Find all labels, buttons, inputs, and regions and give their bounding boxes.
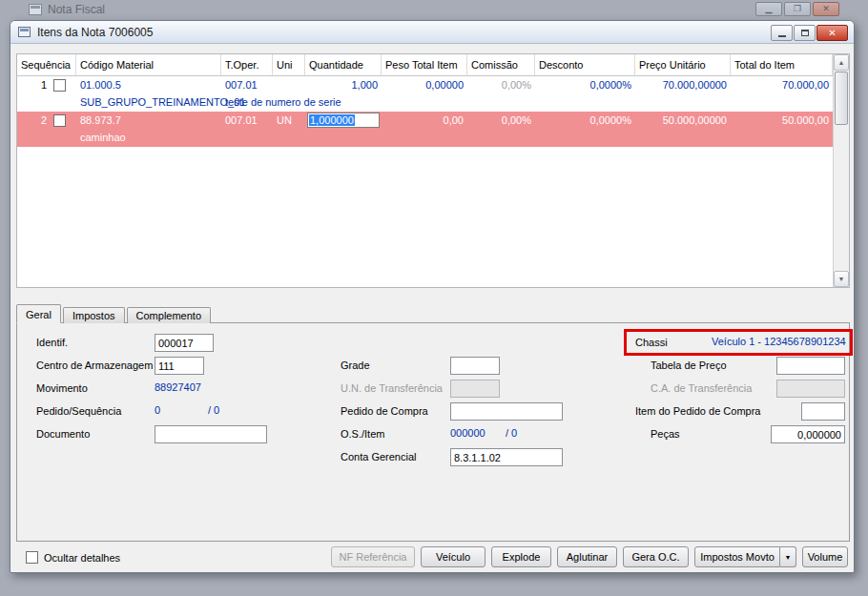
ca-transferencia-label: C.A. de Transferência [651,381,752,395]
tabela-preco-label: Tabela de Preço [651,359,727,372]
minimize-button[interactable] [771,25,793,41]
maximize-button[interactable] [794,25,816,41]
tab-panel-geral: Identif. Centro de Armazenagem Movimento… [16,322,850,542]
grid-header: Sequência Código Material T.Oper. Uni Qu… [17,54,833,76]
gera-oc-button[interactable]: Gera O.C. [623,546,689,567]
centro-armazenagem-input[interactable] [155,357,204,375]
dialog-body: Sequência Código Material T.Oper. Uni Qu… [10,44,854,574]
tabela-preco-input[interactable] [776,357,845,375]
row-checkbox[interactable] [53,79,66,92]
cell-total-item: 70.000,00 [731,79,833,91]
ca-transferencia-input [776,380,845,398]
tab-impostos[interactable]: Impostos [63,307,125,323]
identif-label: Identif. [36,336,68,349]
cell-desconto: 0,0000% [535,114,635,126]
impostos-movto-dropdown-button[interactable]: ▼ [780,546,796,567]
tab-complemento[interactable]: Complemento [127,307,211,323]
grid-row-1[interactable]: 1 01.000.5 007.01 1,000 0,00000 0,00% 0,… [17,76,833,112]
item-pedido-compra-label: Item do Pedido de Compra [635,404,760,418]
column-header-quantidade[interactable]: Quantidade [305,54,382,75]
os-item-label: O.S./Item [341,427,384,441]
ocultar-detalhes-label: Ocultar detalhes [44,552,120,564]
veiculo-button[interactable]: Veículo [421,546,486,567]
pecas-input[interactable] [771,425,845,443]
parent-minimize-button[interactable]: ▁ [755,2,782,16]
grade-input[interactable] [450,357,500,375]
pecas-label: Peças [651,427,680,441]
column-header-desconto[interactable]: Desconto [535,54,635,75]
grid-row-2-selected[interactable]: 2 88.973.7 007.01 UN 1,000000 [17,112,833,147]
column-header-peso-total-item[interactable]: Peso Total Item [382,54,467,75]
pedido-sequencia-value2: / 0 [208,404,219,416]
cell-toper: 007.01 [221,114,273,126]
chassi-value: Veículo 1 - 12345678901234 [712,336,846,347]
os-item-value: 000000 [450,427,486,439]
row-checkbox[interactable] [53,114,66,127]
documento-label: Documento [36,427,90,441]
column-header-codigo-material[interactable]: Código Material [76,54,221,75]
un-transferencia-label: U.N. de Transferência [341,381,443,395]
cell-comissao: 0,00% [467,79,535,91]
volume-button[interactable]: Volume [802,546,848,567]
footer-bar: Ocultar detalhes NF Referência Veículo E… [16,546,848,569]
parent-window-icon [29,4,42,15]
aglutinar-button[interactable]: Aglutinar [557,546,617,567]
documento-input[interactable] [155,425,267,443]
movimento-value: 88927407 [155,381,201,393]
column-header-toper[interactable]: T.Oper. [221,54,273,75]
scroll-up-arrow-icon[interactable]: ▲ [834,54,849,71]
movimento-label: Movimento [36,381,88,395]
column-header-uni[interactable]: Uni [273,54,305,75]
parent-window-titlebar: Nota Fiscal ▁ ❐ ✕ [0,0,868,19]
grade-label: Grade [341,359,370,372]
conta-gerencial-label: Conta Gerencial [341,450,417,463]
column-header-preco-unitario[interactable]: Preço Unitário [635,54,731,75]
explode-button[interactable]: Explode [491,546,551,567]
column-header-comissao[interactable]: Comissão [467,54,535,75]
impostos-movto-button[interactable]: Impostos Movto [694,546,780,567]
parent-maximize-button[interactable]: ❐ [784,2,811,16]
close-button[interactable]: ✕ [816,25,848,41]
scroll-down-arrow-icon[interactable]: ▼ [834,271,849,287]
dialog-title: Itens da Nota 7006005 [37,26,153,39]
un-transferencia-input [450,380,500,398]
cell-preco-unitario: 70.000,00000 [635,79,731,91]
cell-uni: UN [273,114,305,126]
centro-armazenagem-label: Centro de Armazenagem [36,359,153,372]
item-pedido-compra-input[interactable] [801,402,845,421]
pedido-sequencia-value: 0 [155,404,160,416]
itens-da-nota-dialog: Itens da Nota 7006005 ✕ Sequência Código… [10,20,855,573]
vertical-scrollbar[interactable]: ▲ ▼ [833,54,849,287]
cell-toper: 007.01 [221,79,273,91]
cell-codigo-descricao: caminhao [76,132,221,143]
cell-quantidade: 1,000 [305,79,382,91]
row-sequence: 2 [37,114,47,126]
parent-close-button[interactable]: ✕ [813,2,839,16]
pedido-compra-label: Pedido de Compra [341,404,428,418]
nf-referencia-button: NF Referência [331,546,415,567]
chassi-label: Chassi [635,336,668,349]
quantity-editor[interactable]: 1,000000 [307,113,380,128]
conta-gerencial-input[interactable] [450,448,563,466]
cell-codigo-descricao: SUB_GRUPO_TREINAMENTO_01 [76,96,221,108]
column-header-total-do-item[interactable]: Total do Item [731,54,833,75]
cell-total-item: 50.000,00 [731,114,833,126]
column-header-sequencia[interactable]: Sequência [17,54,76,75]
cell-toper-descricao: teste de numero de serie [221,96,345,108]
dialog-icon [18,27,31,37]
tab-geral[interactable]: Geral [16,304,61,323]
cell-codigo: 88.973.7 [76,114,221,126]
detail-tabs: Geral Impostos Complemento [16,304,213,323]
dialog-titlebar[interactable]: Itens da Nota 7006005 ✕ [10,21,854,44]
pedido-compra-input[interactable] [450,402,563,421]
parent-window-title: Nota Fiscal [48,3,105,16]
scrollbar-thumb[interactable] [835,72,848,125]
desktop-backdrop: Nota Fiscal ▁ ❐ ✕ Itens da Nota 7006005 … [0,0,868,596]
cell-comissao: 0,00% [467,114,535,126]
row-sequence: 1 [37,79,47,91]
cell-peso: 0,00 [382,114,467,126]
identif-input[interactable] [155,334,214,352]
os-item-value2: / 0 [506,427,517,439]
ocultar-detalhes-checkbox[interactable] [26,551,38,564]
cell-desconto: 0,0000% [535,79,635,91]
